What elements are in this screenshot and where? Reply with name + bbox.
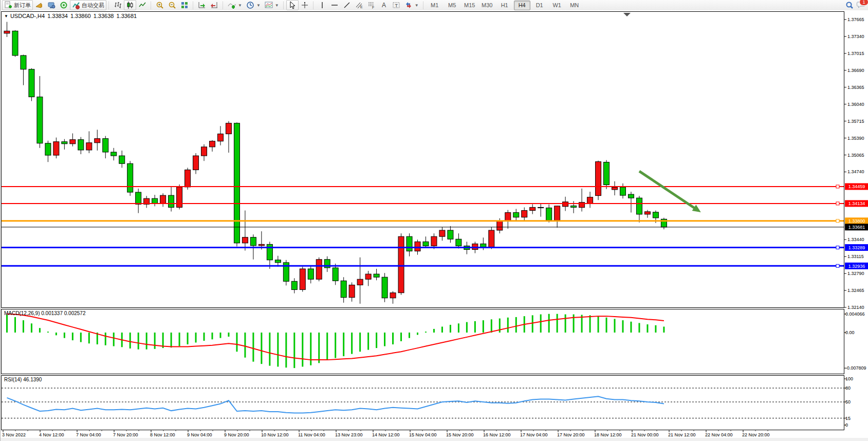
cursor-tool-button[interactable] (286, 0, 299, 10)
price-tick-label: 1.37015 (847, 51, 864, 56)
candlestick-type-button[interactable] (124, 0, 136, 10)
candle (357, 279, 363, 285)
timeframe-button-w1[interactable]: W1 (549, 1, 565, 10)
arrows-tool-button[interactable]: ▼ (402, 0, 421, 10)
candle (193, 156, 199, 170)
main-pane (2, 12, 844, 308)
candle (628, 194, 634, 198)
rsi-tick-label: 80 (845, 385, 851, 391)
vertical-line-icon (318, 1, 326, 9)
timeframe-button-m5[interactable]: M5 (444, 1, 460, 10)
price-tick-label: 1.36040 (847, 102, 864, 107)
chat-button[interactable]: 1 (857, 1, 865, 10)
candle (169, 195, 174, 207)
horizontal-line-icon (330, 1, 339, 9)
price-tick-label: 1.37665 (847, 17, 864, 22)
price-tick-label: 1.33115 (847, 254, 864, 259)
price-tick-label: 1.34740 (847, 169, 864, 174)
bar-chart-type-button[interactable] (112, 0, 124, 10)
candle (53, 142, 59, 155)
candle (596, 162, 601, 196)
timeframe-button-m30[interactable]: M30 (479, 1, 495, 10)
toolbar: 新订单 自动交易 (1, 0, 868, 11)
vertical-line-tool-button[interactable] (316, 0, 328, 10)
timeframe-button-m1[interactable]: M1 (427, 1, 443, 10)
timeframe-button-h4[interactable]: H4 (514, 1, 530, 10)
line-handle[interactable] (836, 264, 839, 267)
price-tick-label: 1.36690 (847, 68, 864, 73)
autotrading-button[interactable]: 自动交易 (70, 0, 106, 10)
horizontal-line-tool-button[interactable] (328, 0, 341, 10)
macd-tick-label: 0.00 (845, 330, 855, 335)
terminal-button[interactable] (45, 0, 58, 10)
line-handle[interactable] (836, 219, 839, 223)
line-handle[interactable] (836, 202, 839, 205)
text-tool-button[interactable]: A (378, 0, 390, 10)
candle (365, 274, 371, 279)
chart-shift-button[interactable] (208, 0, 220, 10)
chevron-down-icon: ▼ (256, 3, 261, 8)
candle (612, 187, 618, 190)
fibonacci-icon: F (367, 1, 376, 9)
timeframe-button-mn[interactable]: MN (566, 1, 583, 10)
trendline-tool-button[interactable] (341, 0, 353, 10)
zoom-out-button[interactable] (166, 0, 178, 10)
time-label: 17 Nov 04:00 (520, 432, 548, 437)
autotrading-icon (72, 1, 80, 9)
price-tick-label: 1.32465 (847, 288, 864, 293)
candle (472, 244, 478, 249)
rsi-label: RSI(14) 46.1390 (4, 377, 42, 382)
periods-button[interactable]: ▼ (244, 0, 263, 10)
candle (86, 143, 92, 150)
fibonacci-tool-button[interactable]: F (365, 0, 378, 10)
price-line-badge-label: 1.33289 (848, 245, 865, 250)
chart-canvas[interactable]: 1.376651.373401.370151.366901.363651.360… (1, 10, 868, 441)
candle (489, 230, 494, 247)
chart-symbol-header[interactable]: ▼USDCAD-,H41.338341.338601.336381.33681 (4, 13, 139, 19)
candle (185, 170, 191, 187)
time-label: 22 Nov 04:00 (705, 432, 733, 437)
equidistant-channel-tool-button[interactable]: E (353, 0, 365, 10)
new-order-button[interactable]: 新订单 (2, 0, 33, 10)
candle (103, 139, 108, 152)
zoom-in-button[interactable] (154, 0, 166, 10)
chevron-down-icon: ▼ (415, 3, 419, 8)
open-value: 1.33834 (47, 13, 68, 19)
candle (481, 244, 486, 247)
crosshair-tool-button[interactable] (299, 0, 311, 10)
price-tick-label: 1.37340 (847, 34, 864, 39)
line-handle[interactable] (836, 185, 839, 188)
price-line-badge-label: 1.34134 (848, 201, 865, 206)
text-label-tool-button[interactable]: T (390, 0, 402, 10)
candle (374, 274, 379, 277)
macd-label: MACD(12,26,9) 0.001337 0.002572 (4, 310, 85, 316)
auto-scroll-button[interactable] (196, 0, 208, 10)
collapse-triangle-icon[interactable]: ▼ (4, 14, 8, 19)
tile-windows-button[interactable] (178, 0, 191, 10)
svg-text:E: E (360, 5, 363, 9)
toolbar-separator (108, 2, 109, 9)
line-handle[interactable] (836, 246, 839, 249)
new-chart-button[interactable] (58, 0, 70, 10)
search-icon[interactable] (845, 1, 854, 9)
profiles-button[interactable] (33, 0, 45, 10)
rsi-pane (2, 376, 844, 430)
time-label: 14 Nov 12:00 (372, 432, 400, 437)
toolbar-separator (151, 2, 152, 9)
templates-button[interactable]: ▼ (263, 0, 281, 10)
candle (226, 123, 231, 134)
rsi-tick-label: 100 (845, 376, 853, 381)
candle (258, 244, 264, 246)
line-chart-type-button[interactable] (136, 0, 149, 10)
timeframe-button-h1[interactable]: H1 (496, 1, 513, 10)
candle (250, 237, 256, 246)
timeframe-button-m15[interactable]: M15 (461, 1, 478, 10)
candle (497, 221, 503, 230)
candle (644, 212, 650, 214)
timeframe-button-d1[interactable]: D1 (531, 1, 548, 10)
price-tick-label: 1.35065 (847, 153, 864, 158)
profiles-icon (35, 1, 43, 9)
indicators-button[interactable]: ▼ (226, 0, 244, 10)
time-label: 15 Nov 20:00 (446, 432, 474, 437)
candle (522, 210, 527, 217)
